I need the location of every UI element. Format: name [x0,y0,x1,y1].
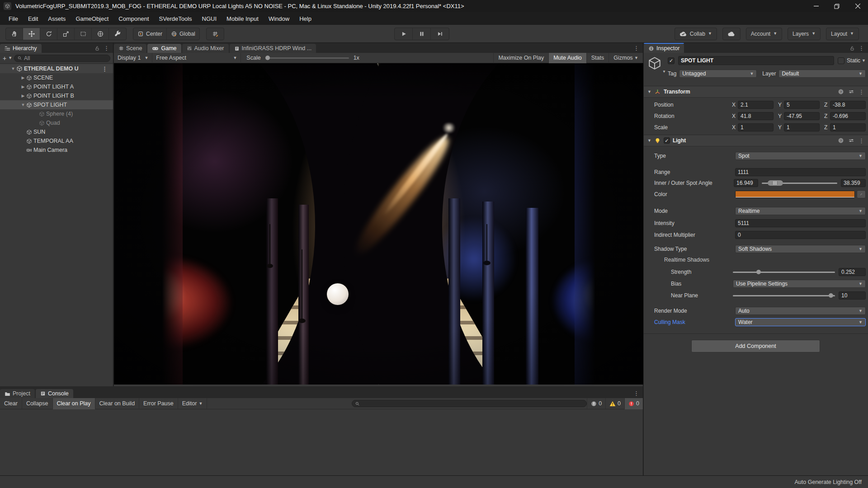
expand-arrow[interactable]: ▶ [20,75,26,80]
tab-audio-mixer[interactable]: Audio Mixer [182,44,229,53]
add-component-button[interactable]: Add Component [691,340,820,352]
inner-angle-field[interactable]: 16.949 [734,179,758,187]
console-log-area[interactable] [0,409,643,475]
outer-angle-field[interactable]: 38.359 [841,179,866,187]
editor-dropdown[interactable]: Editor▼ [178,398,208,409]
lock-icon[interactable] [94,45,100,51]
scale-y-field[interactable]: 1 [784,123,820,131]
play-button[interactable] [395,28,413,40]
mode-dropdown[interactable]: Realtime▼ [735,207,866,215]
hierarchy-item[interactable]: Quad [0,118,113,127]
scale-slider-knob[interactable] [265,56,270,60]
expand-arrow[interactable]: ▶ [20,94,26,98]
auto-generate-lighting-status[interactable]: Auto Generate Lighting Off [795,479,868,485]
move-tool-button[interactable] [23,28,40,40]
static-checkbox[interactable] [838,57,844,64]
position-x-field[interactable]: 2.1 [738,101,774,109]
console-search-input[interactable] [352,400,587,407]
expand-arrow[interactable]: ▶ [20,84,26,89]
aspect-dropdown[interactable]: Free Aspect▼ [152,53,241,63]
indirect-multiplier-field[interactable]: 0 [735,231,866,239]
pause-button[interactable] [413,28,431,40]
layers-dropdown[interactable]: Layers▼ [788,28,821,40]
spot-angle-range-slider[interactable] [762,183,837,184]
color-swatch[interactable] [735,191,855,198]
minimize-button[interactable] [806,0,826,12]
tab-console[interactable]: Console [36,389,73,398]
culling-mask-dropdown[interactable]: Water▼ [735,318,866,326]
gizmos-dropdown[interactable]: Gizmos ▼ [609,53,643,63]
restore-button[interactable] [826,0,847,12]
gameobject-icon[interactable]: ▼ [647,56,665,74]
tab-project[interactable]: Project [0,389,35,398]
active-checkbox[interactable]: ✓ [668,57,675,64]
near-plane-field[interactable]: 10 [839,291,866,300]
menu-assets[interactable]: Assets [43,13,71,24]
hierarchy-item[interactable]: TEMPORAL AA [0,136,113,145]
rect-tool-button[interactable] [75,28,92,40]
transform-component-header[interactable]: ▼ Transform ? ⋮ [644,86,868,98]
hierarchy-item-selected[interactable]: ▼ SPOT LIGHT [0,100,113,109]
hierarchy-item-scene-root[interactable]: ▼ ETHEREAL DEMO U ⋮ [0,64,113,73]
menu-mobile-input[interactable]: Mobile Input [222,13,264,24]
light-type-dropdown[interactable]: Spot▼ [735,152,866,160]
clear-button[interactable]: Clear [0,398,22,409]
clear-on-play-toggle[interactable]: Clear on Play [53,398,95,409]
layer-dropdown[interactable]: Default▼ [778,70,866,78]
account-dropdown[interactable]: Account▼ [746,28,782,40]
light-enabled-checkbox[interactable]: ✓ [664,137,670,144]
close-button[interactable] [847,0,868,12]
menu-sverdetools[interactable]: SVerdeTools [154,13,197,24]
maximize-on-play-toggle[interactable]: Maximize On Play [493,53,548,63]
info-filter-toggle[interactable]: 0 [587,398,605,409]
scale-tool-button[interactable] [57,28,75,40]
collapse-toggle[interactable]: Collapse [22,398,53,409]
range-field[interactable]: 1111 [735,168,866,176]
hierarchy-item[interactable]: ▶ POINT LIGHT B [0,91,113,100]
tab-hierarchy[interactable]: Hierarchy [0,44,42,53]
menu-edit[interactable]: Edit [23,13,43,24]
hierarchy-item[interactable]: Main Camera [0,145,113,155]
hierarchy-item[interactable]: ▶ SCENE [0,73,113,82]
custom-tool-button[interactable] [109,28,126,40]
presets-icon[interactable] [848,137,854,144]
shadow-type-dropdown[interactable]: Soft Shadows▼ [735,245,866,253]
pivot-center-button[interactable]: Center [133,28,167,40]
hierarchy-item[interactable]: ▶ POINT LIGHT A [0,82,113,91]
foldout-arrow[interactable]: ▼ [647,90,651,94]
console-menu-icon[interactable]: ⋮ [633,390,639,397]
scale-x-field[interactable]: 1 [738,123,774,131]
hierarchy-item[interactable]: Sphere (4) [0,109,113,118]
cloud-button[interactable] [722,28,741,40]
static-caret[interactable]: ▼ [862,59,866,63]
scale-z-field[interactable]: 1 [830,123,866,131]
game-panel-menu-icon[interactable]: ⋮ [633,45,639,52]
hand-tool-button[interactable] [6,28,23,40]
intensity-field[interactable]: 5111 [735,219,866,227]
create-add-caret[interactable]: ▼ [8,56,12,60]
menu-component[interactable]: Component [113,13,154,24]
inspector-menu-icon[interactable]: ⋮ [859,45,864,52]
mute-audio-toggle[interactable]: Mute Audio [548,53,586,63]
grid-snap-button[interactable] [207,28,224,40]
menu-window[interactable]: Window [264,13,294,24]
warning-filter-toggle[interactable]: 0 [605,398,624,409]
pivot-global-button[interactable]: Global [167,28,199,40]
gameobject-name-field[interactable]: SPOT LIGHT [678,56,834,65]
component-menu-icon[interactable]: ⋮ [859,89,864,95]
menu-help[interactable]: Help [294,13,316,24]
bias-dropdown[interactable]: Use Pipeline Settings▼ [733,280,866,288]
foldout-arrow[interactable]: ▼ [647,139,651,143]
hierarchy-item[interactable]: SUN [0,127,113,136]
rotate-tool-button[interactable] [40,28,57,40]
display-dropdown[interactable]: Display 1▼ [114,53,152,63]
stats-toggle[interactable]: Stats [586,53,609,63]
help-icon[interactable]: ? [838,137,844,144]
tab-scene[interactable]: Scene [114,44,146,53]
collab-dropdown[interactable]: Collab▼ [675,28,717,40]
scene-menu-icon[interactable]: ⋮ [102,66,108,72]
rotation-x-field[interactable]: 41.8 [738,112,774,120]
hierarchy-search-input[interactable]: All [14,55,110,62]
error-filter-toggle[interactable]: 0 [624,398,643,409]
help-icon[interactable]: ? [838,89,844,95]
